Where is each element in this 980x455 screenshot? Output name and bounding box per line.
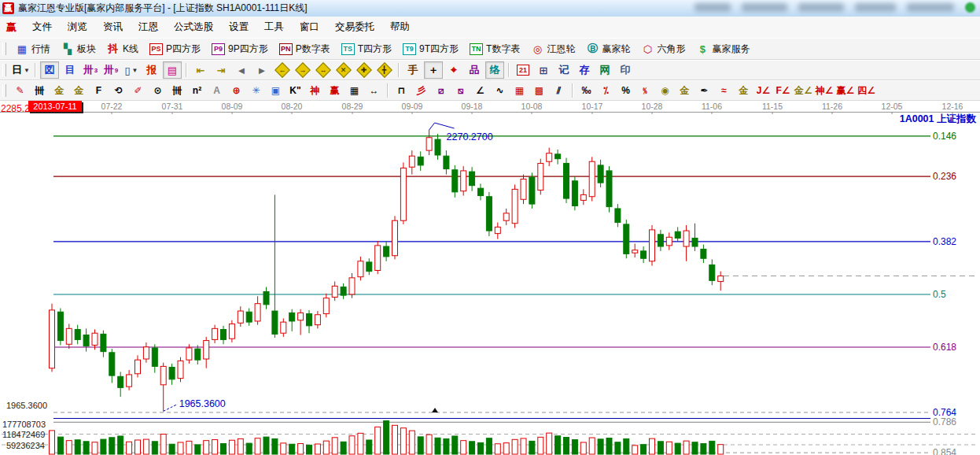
first-bar-button[interactable]: ⇤ — [191, 61, 210, 79]
t-number-button[interactable]: TNT数字表 — [464, 41, 525, 57]
percent-band-tool[interactable]: ⁒ — [597, 82, 615, 99]
blurred-item[interactable] — [694, 3, 731, 12]
menu-item-5[interactable]: 公式选股 — [166, 17, 221, 37]
toolbar-grip[interactable] — [2, 84, 6, 97]
winner-wheel-button[interactable]: Ⓑ赢家轮 — [580, 40, 636, 57]
winner-service-button[interactable]: $赢家服务 — [691, 41, 755, 57]
prev-bar-button[interactable]: ◄ — [232, 61, 251, 79]
drag-hand-icon[interactable]: 手 — [403, 61, 422, 79]
pan-left-diamond[interactable]: ← — [273, 61, 292, 79]
f-angle-tool[interactable]: F∠ — [774, 82, 792, 99]
p9-square-button[interactable]: P99P四方形 — [206, 41, 274, 57]
box-grid-tool[interactable]: ▣ — [267, 82, 285, 99]
bars3-icon[interactable]: 卅3 — [81, 61, 100, 79]
cycle-circle-tool[interactable]: ⊙ — [149, 82, 167, 99]
notes-icon[interactable]: 记 — [554, 61, 573, 79]
wave-channel-tool[interactable]: ≈ — [715, 82, 733, 99]
toolbar-grip[interactable] — [2, 43, 6, 55]
menu-item-2[interactable]: 浏览 — [60, 17, 95, 37]
hexagon-button[interactable]: ⬡六角形 — [636, 41, 691, 57]
save-icon[interactable]: 存 — [575, 61, 594, 79]
kline-button[interactable]: 抖K线 — [101, 40, 144, 57]
fibonacci-tool[interactable]: F — [90, 82, 108, 99]
gold-angle-tool[interactable]: 金∠ — [794, 82, 813, 99]
calculator-icon[interactable]: ⊞ — [534, 61, 553, 79]
menu-item-9[interactable]: 交易委托 — [327, 17, 382, 37]
target-tool[interactable]: ⊕ — [227, 82, 245, 99]
quotes-button[interactable]: ▦行情 — [10, 41, 56, 57]
t9-square-button[interactable]: T99T四方形 — [397, 41, 464, 57]
golden-spiral-tool[interactable]: 金 — [70, 82, 88, 99]
gold-circle-tool[interactable]: ◉ — [656, 82, 674, 99]
fan-box-tool[interactable]: ⧄ — [432, 82, 450, 99]
calendar-icon[interactable]: 21 — [514, 61, 532, 79]
menu-item-8[interactable]: 窗口 — [292, 17, 327, 37]
grid-tool[interactable]: ▦ — [510, 82, 529, 99]
golden-section-tool[interactable]: 金 — [50, 82, 68, 99]
ratio-list-tool[interactable]: ‰ — [577, 82, 595, 99]
blurred-item[interactable] — [855, 3, 896, 12]
p-square-button[interactable]: PSP四方形 — [144, 41, 206, 57]
brush-tool[interactable]: ✎ — [11, 82, 29, 99]
brain-icon[interactable]: 络 — [485, 61, 504, 79]
move-cursor-diamond[interactable]: ╋ — [375, 61, 394, 79]
next-bar-button[interactable]: ► — [252, 61, 271, 79]
si-angle-tool[interactable]: 四∠ — [857, 82, 876, 99]
blurred-item[interactable] — [742, 3, 787, 12]
width-measure-tool[interactable]: ↔ — [365, 82, 383, 99]
percent-tool[interactable]: % — [617, 82, 635, 99]
angle-lines-tool[interactable]: ∠ — [471, 82, 489, 99]
text-tool[interactable]: A — [208, 82, 226, 99]
toolbar-grip[interactable] — [2, 64, 6, 76]
expand-bars-diamond[interactable]: ↔ — [314, 61, 333, 79]
last-bar-button[interactable]: ⇥ — [212, 61, 230, 79]
web-update-icon[interactable]: 网 — [595, 61, 614, 79]
blurred-item[interactable] — [907, 3, 954, 12]
pointer-pin-icon[interactable]: ⌖ — [444, 61, 463, 79]
chart-plot[interactable]: 0.1460.2360.3820.50.6180.7640.7860.854 1… — [0, 112, 980, 455]
gold-lines-tool[interactable]: 金 — [676, 82, 694, 99]
star-grid-tool[interactable]: ✳ — [247, 82, 265, 99]
menu-item-4[interactable]: 江恩 — [131, 17, 166, 37]
status-dot-icon[interactable] — [965, 2, 975, 13]
fan-lines-tool[interactable]: 彡 — [412, 82, 430, 99]
spiral-tool[interactable]: ⟲ — [109, 82, 127, 99]
child-window-logo-icon[interactable]: 赢 — [6, 20, 17, 35]
crosshair-icon[interactable]: ＋ — [424, 61, 443, 79]
ying-tool[interactable]: 赢 — [326, 82, 344, 99]
menu-item-7[interactable]: 工具 — [256, 17, 292, 37]
info-list-icon[interactable]: 目 — [61, 61, 79, 79]
shen-tool[interactable]: 神 — [306, 82, 324, 99]
gann-ruler-tool[interactable]: 卌 — [31, 82, 49, 99]
t-square-button[interactable]: TST四方形 — [336, 41, 397, 57]
pan-right-diamond[interactable]: → — [293, 61, 312, 79]
menu-item-1[interactable]: 文件 — [24, 17, 60, 37]
comb-tool[interactable]: 卌 — [168, 82, 186, 99]
ink-tool[interactable]: ✒ — [695, 82, 713, 99]
fan-box2-tool[interactable]: ⧅ — [451, 82, 470, 99]
color-histogram-icon[interactable]: ▤ — [163, 61, 182, 79]
menu-item-6[interactable]: 设置 — [221, 17, 256, 37]
j-angle-tool[interactable]: J∠ — [754, 82, 772, 99]
p-number-button[interactable]: PNP数字表 — [274, 41, 336, 57]
gold-band-tool[interactable]: 金 — [735, 82, 753, 99]
alert-icon[interactable]: 报 — [142, 61, 161, 79]
grid-123-tool[interactable]: ▦ — [345, 82, 363, 99]
k-mark-tool[interactable]: K" — [286, 82, 304, 99]
cross-cursor-diamond[interactable]: ✚ — [355, 61, 374, 79]
candle-style-dropdown[interactable]: ▯▼ — [122, 61, 141, 79]
ying-angle-tool[interactable]: 赢∠ — [836, 82, 856, 99]
tree-icon[interactable]: 品 — [465, 61, 484, 79]
percent-lines-tool[interactable]: ﹪ — [636, 82, 654, 99]
pattern-window-icon[interactable]: 図 — [40, 61, 59, 79]
n2-tool[interactable]: n² — [188, 82, 206, 99]
print-icon[interactable]: 印 — [616, 61, 635, 79]
grid-arrow-tool[interactable]: ▩ — [530, 82, 548, 99]
period-day-dropdown[interactable]: 日▼ — [11, 61, 31, 79]
wave-tool[interactable]: ∿ — [491, 82, 509, 99]
compress-bars-diamond[interactable]: ✕ — [334, 61, 353, 79]
blurred-item[interactable] — [798, 3, 844, 12]
menu-item-10[interactable]: 帮助 — [382, 17, 418, 37]
bars9-icon[interactable]: 卅9 — [101, 61, 120, 79]
gann-wheel-button[interactable]: ◎江恩轮 — [525, 41, 580, 57]
